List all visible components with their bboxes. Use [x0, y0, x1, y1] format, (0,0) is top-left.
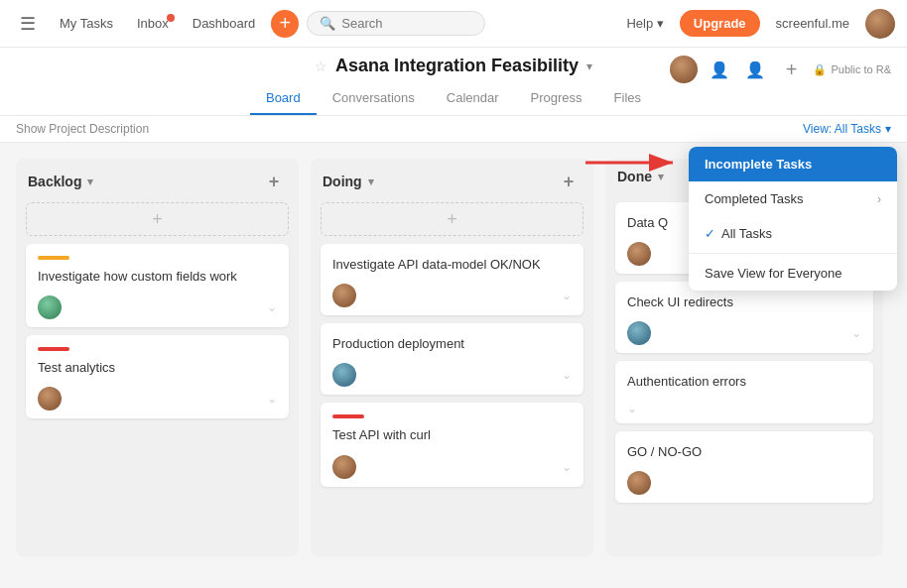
view-filter-dropdown: Incomplete Tasks Completed Tasks › ✓ All… [689, 147, 897, 291]
nav-username[interactable]: screenful.me [768, 12, 857, 35]
card-footer: ⌄ [627, 321, 861, 345]
tab-progress[interactable]: Progress [515, 82, 598, 115]
project-add-button[interactable]: + [777, 56, 805, 83]
add-member-icon[interactable]: 👤 [706, 56, 733, 83]
add-card-doing[interactable]: + [321, 202, 583, 236]
card-avatar[interactable] [332, 455, 356, 479]
card-title: Investigate how custom fields work [38, 268, 277, 286]
nav-inbox[interactable]: Inbox [129, 12, 177, 35]
upgrade-button[interactable]: Upgrade [680, 10, 760, 37]
tab-files[interactable]: Files [598, 82, 657, 115]
card-expand-icon[interactable]: ⌄ [267, 392, 277, 406]
project-member-avatar[interactable] [670, 56, 698, 83]
dropdown-item-save-view[interactable]: Save View for Everyone [689, 256, 897, 291]
dropdown-divider [689, 253, 897, 254]
top-nav: ☰ My Tasks Inbox Dashboard + 🔍 Help ▾ Up… [0, 0, 907, 48]
inbox-notification-dot [167, 14, 175, 22]
board-toolbar: Show Project Description View: All Tasks… [0, 116, 907, 143]
dropdown-item-completed-tasks[interactable]: Completed Tasks › [689, 181, 897, 216]
column-header-doing: Doing ▾ + [311, 159, 593, 202]
card-auth-errors: Authentication errors ⌄ [615, 361, 873, 422]
card-footer: ⌄ [38, 387, 277, 411]
public-badge: 🔒 Public to R& [813, 63, 891, 76]
column-add-backlog[interactable]: + [261, 169, 287, 194]
card-avatar[interactable] [627, 242, 651, 266]
card-expand-icon[interactable]: ⌄ [627, 402, 637, 415]
card-title: GO / NO-GO [627, 443, 861, 461]
card-footer: ⌄ [627, 402, 861, 415]
create-task-button[interactable]: + [271, 10, 299, 38]
column-header-backlog: Backlog ▾ + [16, 159, 299, 202]
show-description-toggle[interactable]: Show Project Description [16, 122, 149, 136]
hamburger-menu[interactable]: ☰ [12, 9, 44, 39]
card-footer [627, 471, 861, 495]
card-go-nogo: GO / NO-GO [615, 431, 873, 503]
search-icon: 🔍 [320, 16, 335, 31]
card-title: Production deployment [332, 335, 572, 353]
project-caret-icon[interactable]: ▾ [586, 59, 592, 73]
search-bar[interactable]: 🔍 [307, 11, 485, 36]
check-icon: ✓ [705, 226, 715, 241]
card-avatar[interactable] [38, 387, 62, 411]
project-header: ☆ Asana Integration Feasibility ▾ 👤 👤 + … [0, 48, 907, 116]
nav-my-tasks[interactable]: My Tasks [52, 12, 121, 35]
card-avatar[interactable] [332, 363, 356, 387]
card-expand-icon[interactable]: ⌄ [267, 300, 277, 314]
nav-dashboard[interactable]: Dashboard [185, 12, 264, 35]
priority-bar-red [38, 347, 69, 351]
tab-calendar[interactable]: Calendar [431, 82, 515, 115]
card-avatar[interactable] [332, 284, 356, 307]
card-api-data-model: Investigate API data-model OK/NOK ⌄ [321, 244, 583, 315]
card-title: Authentication errors [627, 373, 861, 391]
column-add-doing[interactable]: + [556, 169, 582, 194]
column-title-doing: Doing [323, 174, 362, 189]
chevron-right-icon: › [877, 192, 881, 206]
card-title: Investigate API data-model OK/NOK [332, 256, 572, 274]
lock-icon: 🔒 [813, 63, 827, 76]
add-card-backlog[interactable]: + [26, 202, 289, 236]
column-caret-doing[interactable]: ▾ [368, 176, 374, 188]
card-test-api-curl: Test API with curl ⌄ [321, 403, 583, 486]
card-avatar[interactable] [627, 321, 651, 345]
tab-board[interactable]: Board [250, 82, 317, 115]
card-expand-icon[interactable]: ⌄ [562, 368, 572, 382]
nav-help[interactable]: Help ▾ [618, 12, 671, 35]
card-title: Test API with curl [332, 426, 572, 444]
card-avatar[interactable] [627, 471, 651, 495]
card-expand-icon[interactable]: ⌄ [851, 326, 861, 340]
card-footer: ⌄ [332, 284, 572, 307]
priority-bar-red [332, 414, 364, 418]
view-caret-icon: ▾ [885, 122, 891, 136]
column-title-backlog: Backlog [28, 174, 81, 189]
dropdown-item-all-tasks[interactable]: ✓ All Tasks [689, 216, 897, 251]
priority-bar-yellow [38, 256, 69, 260]
card-avatar[interactable] [38, 295, 62, 319]
view-filter-button[interactable]: View: All Tasks ▾ [803, 122, 891, 136]
column-caret-backlog[interactable]: ▾ [87, 176, 93, 188]
card-title: Check UI redirects [627, 294, 861, 311]
card-title: Test analytics [38, 359, 277, 377]
project-header-actions: 👤 👤 + 🔒 Public to R& [670, 56, 891, 83]
card-footer: ⌄ [38, 295, 277, 319]
card-expand-icon[interactable]: ⌄ [562, 460, 572, 474]
arrow-indicator [585, 151, 685, 175]
user-avatar[interactable] [865, 9, 895, 39]
card-footer: ⌄ [332, 455, 572, 479]
tab-conversations[interactable]: Conversations [317, 82, 431, 115]
project-title-row: ☆ Asana Integration Feasibility ▾ [315, 56, 592, 76]
column-doing: Doing ▾ + + Investigate API data-model O… [311, 159, 593, 556]
column-backlog: Backlog ▾ + + Investigate how custom fie… [16, 159, 299, 556]
project-star-icon[interactable]: ☆ [315, 59, 327, 74]
search-input[interactable] [341, 16, 460, 31]
card-production-deployment: Production deployment ⌄ [321, 323, 583, 395]
project-tabs: Board Conversations Calendar Progress Fi… [250, 82, 657, 115]
card-test-analytics: Test analytics ⌄ [26, 335, 289, 418]
project-title: Asana Integration Feasibility [335, 56, 579, 76]
card-footer: ⌄ [332, 363, 572, 387]
share-icon[interactable]: 👤 [741, 56, 769, 83]
card-custom-fields: Investigate how custom fields work ⌄ [26, 244, 289, 327]
dropdown-item-incomplete-tasks[interactable]: Incomplete Tasks [689, 147, 897, 181]
card-check-ui-redirects: Check UI redirects ⌄ [615, 282, 873, 353]
card-expand-icon[interactable]: ⌄ [562, 289, 572, 302]
